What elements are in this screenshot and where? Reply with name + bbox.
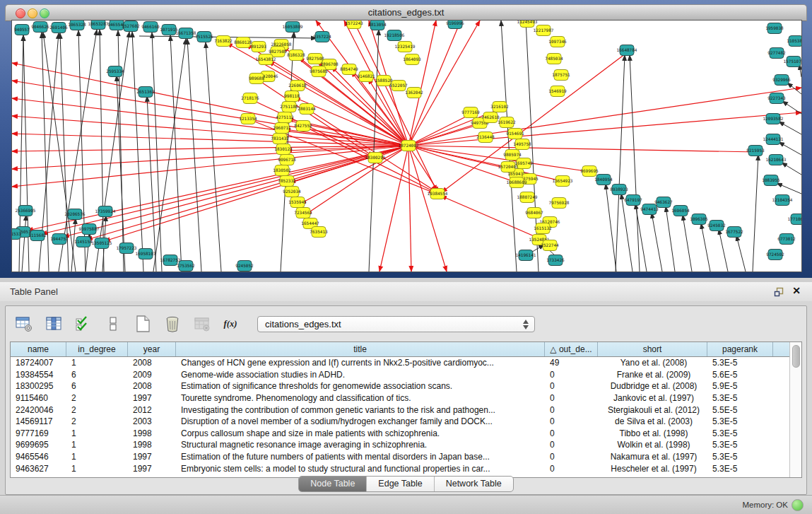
graph-edge[interactable]: [153, 39, 186, 271]
graph-node[interactable]: 9777169: [461, 107, 480, 118]
graph-edge[interactable]: [28, 146, 408, 230]
graph-edge[interactable]: [652, 213, 662, 271]
graph-edge[interactable]: [408, 146, 411, 271]
graph-node[interactable]: 9463627: [654, 197, 673, 208]
graph-edge[interactable]: [12, 63, 408, 146]
graph-node[interactable]: 79756928: [549, 198, 570, 209]
float-panel-icon[interactable]: [774, 287, 784, 297]
graph-node[interactable]: 1535945: [288, 197, 307, 208]
table-row[interactable]: 946362711997Embryonic stem cells: a mode…: [11, 462, 790, 474]
memory-status[interactable]: Memory: OK: [742, 501, 788, 509]
tab-edge-table[interactable]: Edge Table: [367, 477, 434, 491]
scrollbar-thumb[interactable]: [792, 345, 800, 368]
graph-edge[interactable]: [719, 229, 728, 271]
graph-node[interactable]: 93975887: [79, 224, 100, 235]
graph-edge[interactable]: [753, 155, 758, 271]
table-settings-icon[interactable]: [14, 315, 33, 334]
graph-edge[interactable]: [782, 101, 801, 114]
graph-node[interactable]: 19218506: [384, 30, 405, 41]
citation-network-graph[interactable]: 9405579046626269140610653281065328794655…: [12, 21, 801, 271]
graph-node[interactable]: 11245493: [517, 21, 538, 28]
column-header-name[interactable]: name: [11, 342, 66, 356]
column-header-in_degree[interactable]: in_degree: [66, 342, 128, 356]
graph-edge[interactable]: [408, 146, 565, 182]
graph-node[interactable]: 9329966: [772, 75, 791, 86]
graph-node[interactable]: 1959038: [765, 23, 784, 34]
graph-node[interactable]: 9277482: [767, 48, 786, 59]
graph-node[interactable]: 9684067: [525, 208, 543, 218]
graph-node[interactable]: 2803144: [298, 104, 316, 115]
graph-node[interactable]: 16053809: [283, 22, 303, 33]
graph-edge[interactable]: [408, 21, 461, 146]
graph-node[interactable]: 7852332: [278, 176, 296, 187]
graph-node[interactable]: 7234562: [294, 208, 312, 218]
graph-node[interactable]: 9245052: [235, 261, 254, 271]
table-row[interactable]: 946554611997Estimation of the future num…: [11, 451, 790, 463]
graph-edge[interactable]: [152, 33, 162, 271]
graph-edge[interactable]: [666, 206, 675, 271]
table-select[interactable]: citations_edges.txt: [257, 316, 535, 332]
graph-node[interactable]: 1944757: [50, 234, 69, 245]
graph-node[interactable]: 940557: [14, 25, 30, 35]
graph-node[interactable]: 989688: [249, 74, 264, 84]
table-row[interactable]: 1456911722003Disruption of a novel membe…: [11, 416, 790, 428]
graph-edge[interactable]: [779, 142, 801, 155]
graph-node[interactable]: 1875751: [552, 70, 570, 81]
graph-node[interactable]: 9357224: [313, 32, 331, 42]
graph-node[interactable]: 16958107: [136, 249, 156, 259]
graph-node[interactable]: 7831437: [271, 134, 289, 144]
graph-node[interactable]: 9474413: [640, 204, 659, 215]
graph-node[interactable]: 7515526: [195, 32, 213, 42]
graph-edge[interactable]: [12, 146, 408, 187]
graph-node[interactable]: 1065328: [68, 21, 86, 30]
graph-node[interactable]: 8427552: [294, 121, 312, 132]
graph-node[interactable]: 12325419: [395, 42, 416, 52]
graph-node[interactable]: 2718176: [241, 93, 259, 104]
graph-node[interactable]: 1145154: [74, 237, 93, 247]
graph-edge[interactable]: [147, 96, 156, 271]
column-header-pagerank[interactable]: pagerank: [707, 342, 773, 356]
close-panel-icon[interactable]: ✕: [792, 285, 801, 296]
row-height-icon[interactable]: [103, 315, 122, 334]
graph-node[interactable]: 17957223: [117, 243, 137, 254]
graph-edge[interactable]: [42, 146, 408, 234]
graph-node[interactable]: 2751186: [280, 102, 298, 112]
graph-edge[interactable]: [736, 235, 746, 271]
graph-node[interactable]: 10653287: [88, 21, 109, 30]
graph-edge[interactable]: [22, 215, 26, 271]
graph-node[interactable]: 9245032: [707, 221, 726, 231]
graph-node[interactable]: 17710633: [788, 214, 801, 225]
tab-node-table[interactable]: Node Table: [299, 477, 367, 491]
graph-edge[interactable]: [683, 215, 692, 271]
graph-node[interactable]: 891293: [251, 42, 266, 52]
graph-node[interactable]: 16648784: [617, 45, 637, 56]
graph-edge[interactable]: [369, 30, 379, 271]
graph-edge[interactable]: [408, 21, 480, 146]
graph-edge[interactable]: [701, 223, 710, 271]
graph-node[interactable]: 8860128: [234, 37, 252, 48]
window-titlebar[interactable]: citations_edges.txt: [5, 4, 807, 21]
graph-node[interactable]: 9466160: [141, 22, 160, 33]
graph-node[interactable]: 1096305: [690, 214, 708, 225]
graph-node[interactable]: 7163822: [214, 36, 233, 47]
graph-node[interactable]: 15751074: [784, 57, 801, 67]
graph-node[interactable]: 4275112: [276, 112, 294, 123]
tab-network-table[interactable]: Network Table: [435, 477, 513, 491]
graph-node[interactable]: 1527602: [122, 21, 140, 32]
graph-node[interactable]: 7462610: [481, 112, 500, 123]
graph-node[interactable]: 9699695: [580, 166, 599, 177]
graph-node[interactable]: 9046626: [31, 22, 49, 33]
graph-node[interactable]: 7635413: [310, 227, 328, 238]
graph-node[interactable]: 1733426: [546, 255, 565, 266]
graph-node[interactable]: 1097346: [548, 37, 567, 47]
column-header-out_de[interactable]: △ out_de...: [545, 342, 598, 356]
graph-node[interactable]: 2595334: [106, 66, 124, 77]
graph-node[interactable]: 12217987: [534, 25, 554, 36]
select-rows-icon[interactable]: [73, 315, 93, 334]
table-row[interactable]: 2242004622012Investigating the contribut…: [11, 404, 790, 416]
graph-node[interactable]: 8813054: [368, 21, 387, 30]
graph-edge[interactable]: [306, 146, 408, 214]
column-header-year[interactable]: year: [128, 342, 176, 356]
graph-edge[interactable]: [442, 52, 628, 192]
graph-node[interactable]: 998118: [284, 91, 300, 102]
